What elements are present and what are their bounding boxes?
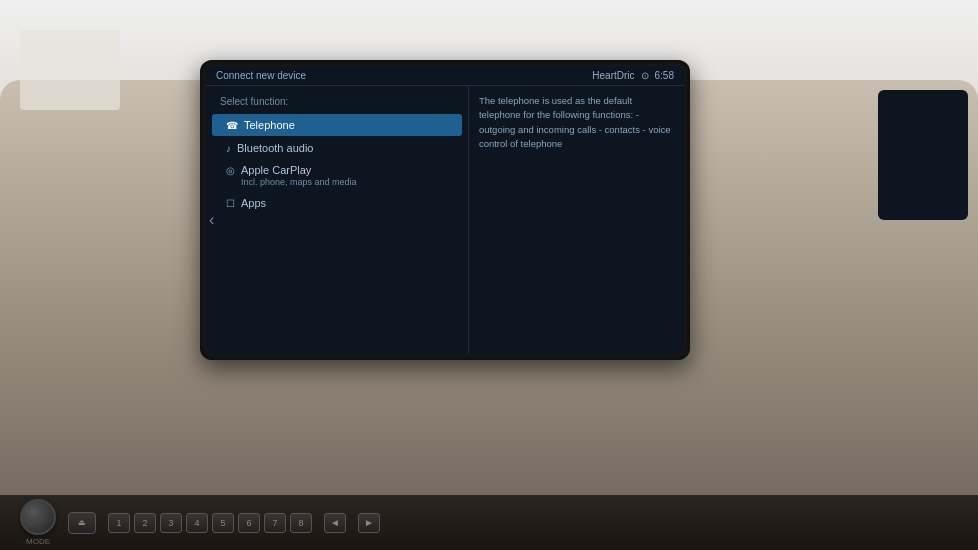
screen-mount: Connect new device HeartDric ⊙ 6:58 Sele… [200,60,690,360]
main-screen: Connect new device HeartDric ⊙ 6:58 Sele… [206,66,684,354]
screen-header: Connect new device HeartDric ⊙ 6:58 [206,66,684,86]
apps-label: Apps [241,197,266,209]
numbered-buttons: 1 2 3 4 5 6 7 8 [108,513,312,533]
telephone-label: Telephone [244,119,295,131]
media-btn[interactable]: ⏏ [68,512,96,534]
mode-knob[interactable] [20,499,56,535]
btn-8[interactable]: 8 [290,513,312,533]
btn-5[interactable]: 5 [212,513,234,533]
telephone-icon: ☎ [226,120,238,131]
apple-carplay-icon: ◎ [226,165,235,176]
device-name: HeartDric [592,70,634,81]
menu-item-telephone[interactable]: ☎Telephone [212,114,462,136]
btn-6[interactable]: 6 [238,513,260,533]
menu-item-apps[interactable]: ☐Apps [206,192,468,214]
apps-content: Apps [241,197,266,209]
menu-items-list: ☎Telephone♪Bluetooth audio◎Apple CarPlay… [206,114,468,214]
media-icon: ⏏ [78,518,86,527]
document-paper [20,30,120,110]
dashboard: Connect new device HeartDric ⊙ 6:58 Sele… [0,0,978,550]
screen-header-title: Connect new device [216,70,306,81]
menu-panel: Select function: ‹ ☎Telephone♪Bluetooth … [206,86,469,354]
apple-carplay-label: Apple CarPlay [241,164,357,176]
btn-1[interactable]: 1 [108,513,130,533]
description-text: The telephone is used as the default tel… [479,95,671,149]
clock: 6:58 [655,70,674,81]
right-screen-inner [878,90,968,220]
menu-item-bluetooth-audio[interactable]: ♪Bluetooth audio [206,137,468,159]
telephone-content: Telephone [244,119,295,131]
menu-item-apple-carplay[interactable]: ◎Apple CarPlayIncl. phone, maps and medi… [206,159,468,192]
apple-carplay-sublabel: Incl. phone, maps and media [241,177,357,187]
description-panel: The telephone is used as the default tel… [469,86,684,354]
mode-label: MODE [26,537,50,546]
arrow-right-btn[interactable]: ► [358,513,380,533]
bluetooth-audio-label: Bluetooth audio [237,142,313,154]
btn-7[interactable]: 7 [264,513,286,533]
menu-title: Select function: [206,94,468,113]
arrow-left-btn[interactable]: ◄ [324,513,346,533]
btn-4[interactable]: 4 [186,513,208,533]
apple-carplay-content: Apple CarPlayIncl. phone, maps and media [241,164,357,187]
btn-3[interactable]: 3 [160,513,182,533]
bluetooth-audio-content: Bluetooth audio [237,142,313,154]
screen-body: Select function: ‹ ☎Telephone♪Bluetooth … [206,86,684,354]
screen-header-right: HeartDric ⊙ 6:58 [592,70,674,81]
btn-2[interactable]: 2 [134,513,156,533]
control-bar: MODE ⏏ 1 2 3 4 5 6 7 8 ◄ ► [0,495,978,550]
wifi-icon: ⊙ [641,70,649,81]
mode-group: MODE [20,499,56,546]
back-arrow[interactable]: ‹ [206,207,217,233]
bluetooth-audio-icon: ♪ [226,143,231,154]
right-screen [878,90,968,220]
apps-icon: ☐ [226,198,235,209]
